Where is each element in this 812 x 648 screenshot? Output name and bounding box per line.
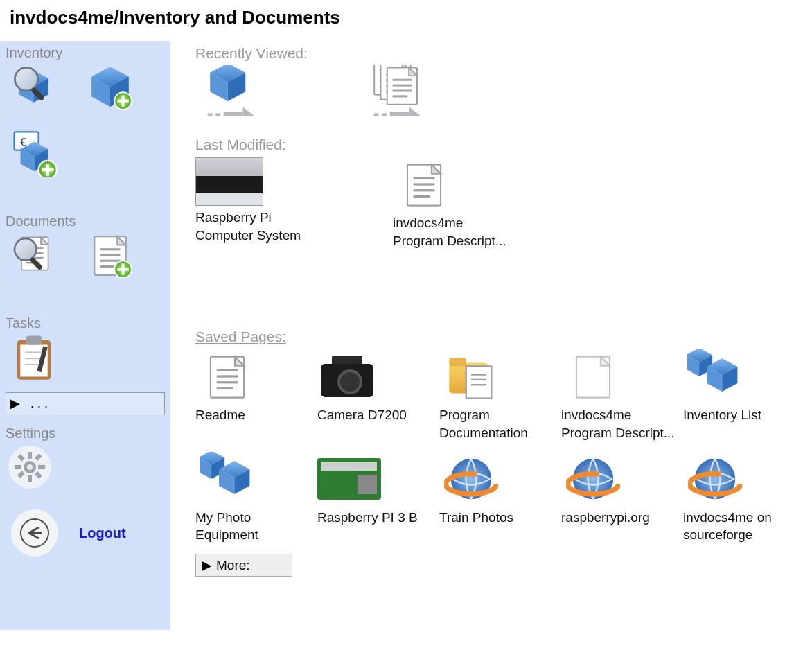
saved-pages-heading: Saved Pages:: [195, 329, 805, 349]
last-modified-item-1[interactable]: invdocs4me Program Descript...: [393, 157, 514, 249]
globe-icon: [444, 452, 498, 506]
globe-icon: [688, 452, 742, 506]
saved-page-label: Train Photos: [439, 506, 556, 527]
saved-page-readme[interactable]: Readme: [195, 349, 312, 441]
saved-page-label: invdocs4me Program Descript...: [561, 403, 678, 441]
recently-viewed-heading: Recently Viewed:: [195, 45, 805, 66]
inventory-add-button[interactable]: [86, 62, 134, 111]
triangle-right-icon: ▶: [10, 396, 20, 411]
back-button[interactable]: [11, 509, 58, 557]
tasks-button[interactable]: [10, 333, 58, 381]
document-icon: [203, 349, 251, 403]
inventory-search-button[interactable]: [10, 62, 58, 111]
sidebar-inventory-heading: Inventory: [4, 44, 166, 61]
triangle-right-icon: ▶: [202, 558, 212, 572]
saved-page-train-photos[interactable]: Train Photos: [439, 452, 556, 544]
cubes-icon: [687, 349, 743, 403]
saved-page-photo-equipment[interactable]: My Photo Equipment: [195, 452, 312, 544]
gear-icon: [15, 452, 45, 482]
euro-cube-plus-icon: [10, 129, 58, 177]
saved-pages-grid: Readme Camera D7200 Program Documentatio…: [195, 349, 805, 554]
saved-page-label: Program Documentation: [439, 403, 556, 441]
document-blank-icon: [569, 349, 617, 403]
sidebar-settings-heading: Settings: [4, 424, 166, 441]
page-title: invdocs4me/Inventory and Documents: [0, 0, 812, 41]
saved-page-raspberry-board[interactable]: Raspberry PI 3 B: [317, 452, 434, 544]
last-modified-label-1: invdocs4me Program Descript...: [393, 211, 514, 249]
search-doc-icon: [11, 232, 57, 278]
photo-thumb-icon: [195, 157, 263, 206]
back-arrow-icon: [19, 518, 50, 548]
saved-page-label: Readme: [195, 403, 312, 424]
saved-page-camera[interactable]: Camera D7200: [317, 349, 434, 441]
saved-page-raspberrypi-org[interactable]: raspberrypi.org: [561, 452, 678, 544]
saved-page-label: Inventory List: [683, 403, 800, 424]
main-content: Recently Viewed: Last Modified: Raspberr…: [170, 41, 812, 630]
folder-doc-icon: [442, 349, 500, 403]
more-button[interactable]: ▶More:: [195, 554, 292, 577]
clipboard-icon: [10, 333, 58, 381]
sidebar-tasks-heading: Tasks: [4, 314, 166, 331]
recent-inventory-item[interactable]: [195, 66, 306, 116]
documents-add-button[interactable]: [86, 231, 134, 279]
recent-documents-item[interactable]: [362, 66, 473, 116]
sidebar-documents-heading: Documents: [4, 212, 166, 229]
inventory-euro-add-button[interactable]: [10, 129, 58, 177]
saved-page-label: invdocs4me on sourceforge: [683, 506, 800, 544]
expander-label: . . .: [27, 396, 48, 410]
cube-arrow-icon: [198, 65, 262, 116]
last-modified-heading: Last Modified:: [195, 137, 805, 157]
saved-page-program-descript[interactable]: invdocs4me Program Descript...: [561, 349, 678, 441]
last-modified-item-0[interactable]: Raspberry Pi Computer System: [195, 157, 317, 249]
saved-page-inventory-list[interactable]: Inventory List: [683, 349, 800, 441]
search-cube-icon: [11, 64, 57, 110]
settings-button[interactable]: [8, 446, 51, 489]
saved-page-label: My Photo Equipment: [195, 506, 312, 544]
document-icon: [400, 157, 448, 211]
documents-search-button[interactable]: [10, 231, 58, 279]
saved-page-label: raspberrypi.org: [561, 506, 678, 527]
last-modified-label-0: Raspberry Pi Computer System: [195, 206, 317, 244]
sidebar: Inventory Documents: [0, 41, 170, 630]
cubes-icon: [200, 452, 255, 506]
more-label: More:: [216, 558, 250, 572]
doc-plus-icon: [87, 232, 133, 278]
saved-page-label: Camera D7200: [317, 403, 434, 424]
saved-page-program-docs[interactable]: Program Documentation: [439, 349, 556, 441]
sidebar-expander[interactable]: ▶ . . .: [6, 392, 165, 414]
saved-page-label: Raspberry PI 3 B: [317, 506, 434, 527]
camera-icon: [318, 351, 380, 401]
saved-page-sourceforge[interactable]: invdocs4me on sourceforge: [683, 452, 800, 544]
globe-icon: [566, 452, 620, 506]
docstack-arrow-icon: [364, 65, 428, 116]
cube-plus-icon: [87, 64, 133, 110]
board-icon: [317, 458, 381, 500]
logout-link[interactable]: Logout: [79, 525, 126, 541]
